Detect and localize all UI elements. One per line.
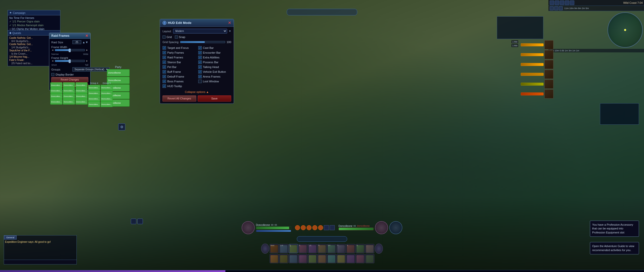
- save-button[interactable]: Save: [198, 95, 231, 101]
- arena-frames-checkbox[interactable]: [198, 75, 202, 78]
- raid-frames-close-icon[interactable]: ✕: [85, 34, 88, 38]
- frame-height-thumb[interactable]: [69, 59, 71, 63]
- action-btn-1[interactable]: Midd.: [270, 244, 279, 253]
- tall-label: Tall: [85, 64, 88, 66]
- enemy-row-5: [521, 80, 553, 89]
- vehicle-exit-checkbox[interactable]: [198, 70, 202, 74]
- chat-tab-general[interactable]: General: [4, 235, 17, 240]
- possess-bar-checkbox[interactable]: [198, 60, 202, 64]
- minimap-icon-5[interactable]: [570, 1, 574, 5]
- ability-btn-4[interactable]: [312, 225, 317, 230]
- collapse-options-row[interactable]: Collapse options ▲: [163, 90, 231, 93]
- ability-extra-1[interactable]: [324, 225, 329, 230]
- encounter-bar-checkbox[interactable]: [198, 51, 202, 54]
- frame-height-fill: [55, 60, 70, 62]
- sec-action-btn-4[interactable]: [298, 254, 307, 263]
- raid-frames-checkbox[interactable]: [163, 56, 166, 59]
- sec-action-btn-9[interactable]: [346, 254, 355, 263]
- action-btn-5[interactable]: 1-E: [308, 244, 317, 253]
- action-btn-6[interactable]: R: [317, 244, 327, 253]
- raid-size-input[interactable]: [72, 40, 81, 44]
- minimap-icon-1[interactable]: [550, 1, 554, 5]
- enemy-hp-bar-4: [521, 73, 544, 76]
- stance-bar-checkbox[interactable]: [163, 60, 166, 64]
- ability-btn-2[interactable]: [301, 225, 306, 230]
- minimap-icon-sm-3[interactable]: [559, 6, 563, 10]
- small-bar-1[interactable]: [131, 219, 136, 224]
- target-focus-checkbox[interactable]: [163, 46, 166, 50]
- raid-cell-3-1: Doncolleo...: [75, 82, 88, 88]
- minimap-icon-sm-2[interactable]: [554, 6, 558, 10]
- action-btn-9[interactable]: X: [346, 244, 355, 253]
- frame-width-thumb[interactable]: [69, 49, 71, 52]
- talking-head-checkbox[interactable]: [198, 65, 202, 69]
- raid-col-1: Doncolleo... Doncolleo... Doncolleo... D…: [50, 82, 62, 107]
- hud-top-bar: [287, 9, 357, 15]
- player-health-bar: [256, 226, 291, 229]
- revert-all-changes-button[interactable]: Revert All Changes: [163, 95, 196, 101]
- boss-frames-checkbox[interactable]: [163, 80, 166, 83]
- ability-extra-2[interactable]: [330, 225, 335, 230]
- action-btn-3[interactable]: Q: [289, 244, 298, 253]
- minimap-icon-3[interactable]: [560, 1, 564, 5]
- hud-close-icon[interactable]: ✕: [228, 20, 231, 25]
- ability-btn-3[interactable]: [307, 225, 312, 230]
- sec-action-btn-5[interactable]: [308, 254, 317, 263]
- action-bar-right-decor: [375, 244, 383, 254]
- raid-cell-3-2: Doncolleo...: [75, 88, 88, 93]
- raid-cell-5-4: Doncolleo...: [101, 101, 113, 107]
- small-bar-2[interactable]: [137, 219, 143, 224]
- small-float-btn[interactable]: ⚙: [118, 123, 125, 130]
- sec-action-btn-1[interactable]: [270, 254, 279, 263]
- action-btn-8[interactable]: F: [337, 244, 346, 253]
- layout-dropdown[interactable]: Modern: [173, 29, 227, 33]
- action-btn-7[interactable]: 5-F: [327, 244, 336, 253]
- chat-input[interactable]: [4, 260, 76, 264]
- sec-action-btn-11[interactable]: [365, 254, 374, 263]
- revert-changes-button[interactable]: Revert Changes: [51, 77, 88, 82]
- raid-cell-4-2: Doncolleo...: [88, 90, 100, 96]
- cb-debuff-frame: Debuff Frame: [163, 75, 196, 78]
- cast-bar-checkbox[interactable]: [198, 46, 202, 50]
- info-icon: i: [163, 21, 167, 25]
- player-name: Doncolleone: [256, 224, 270, 226]
- sec-action-btn-6[interactable]: [317, 254, 327, 263]
- sec-action-btn-7[interactable]: [327, 254, 336, 263]
- action-btn-11[interactable]: ...: [365, 244, 374, 253]
- pet-bar-checkbox[interactable]: [163, 65, 166, 69]
- sec-action-btn-7-icon: [328, 255, 335, 263]
- campaign-main-item: No Time For Heroes: [9, 16, 59, 19]
- action-btn-4[interactable]: E: [298, 244, 307, 253]
- loot-window-checkbox[interactable]: [198, 80, 202, 83]
- hud-tooltip-checkbox[interactable]: [163, 84, 166, 88]
- distance-label-2: 11m 10m 0.0b 1m 3m 1m 1m: [550, 49, 579, 52]
- action-btn-9-keybind: X: [347, 245, 348, 246]
- action-btn-2[interactable]: 1-M: [279, 244, 288, 253]
- sec-action-btn-8[interactable]: [337, 254, 346, 263]
- frame-height-slider[interactable]: [55, 60, 85, 62]
- party-frames-checkbox[interactable]: [163, 51, 166, 54]
- raid-size-arrows[interactable]: ▲▼: [82, 41, 88, 44]
- grid-spacing-slider[interactable]: [180, 41, 225, 43]
- extra-abilities-checkbox[interactable]: [198, 56, 202, 59]
- action-btn-10[interactable]: G: [356, 244, 365, 253]
- ability-btn-5[interactable]: [318, 225, 323, 230]
- tall-arrow-icon: ►: [86, 59, 88, 62]
- groups-dropdown[interactable]: Separate Groups (Vertical): [72, 67, 109, 72]
- debuff-frame-checkbox[interactable]: [163, 75, 166, 78]
- sec-action-btn-2[interactable]: [279, 254, 288, 263]
- talking-head-label: Talking Head: [203, 65, 219, 69]
- ability-btn-1[interactable]: [295, 225, 300, 230]
- minimap-icon-sm-1[interactable]: [550, 6, 554, 10]
- sec-action-btn-10[interactable]: [356, 254, 365, 263]
- minimap-icon-2[interactable]: [555, 1, 559, 5]
- display-border-checkbox[interactable]: [51, 73, 54, 76]
- minimap-circle[interactable]: [608, 12, 643, 48]
- buff-frame-checkbox[interactable]: [163, 70, 166, 74]
- minimap-icon-4[interactable]: [565, 1, 569, 5]
- sec-action-btn-3[interactable]: [289, 254, 298, 263]
- grid-checkbox[interactable]: [163, 36, 166, 39]
- frame-width-slider[interactable]: [55, 49, 85, 51]
- player-mana-bar: [256, 230, 291, 232]
- snap-checkbox[interactable]: [175, 36, 178, 39]
